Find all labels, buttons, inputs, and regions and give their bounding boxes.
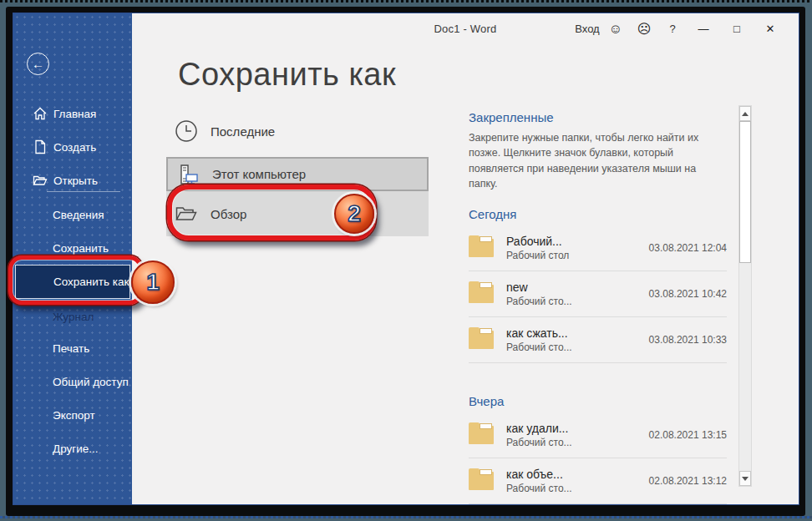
window-title: Doc1 - Word xyxy=(434,23,497,35)
folder-row[interactable]: как удали... Рабочий сто... 02.08.2021 1… xyxy=(469,412,727,458)
clock-icon xyxy=(175,119,198,143)
folder-date: 03.08.2021 10:42 xyxy=(649,288,727,300)
screenshot-edge-bottom xyxy=(0,516,812,518)
annotation-step1-badge: 1 xyxy=(131,260,175,304)
back-button[interactable]: ← xyxy=(27,53,49,75)
sidebar-item-export[interactable]: Экспорт xyxy=(13,402,132,427)
folder-row[interactable]: Рабочий... Рабочий стол 03.08.2021 12:04 xyxy=(469,225,727,271)
arrow-up-icon xyxy=(742,112,749,116)
home-icon xyxy=(33,106,48,121)
sidebar-divider xyxy=(47,191,120,192)
sidebar-item-print[interactable]: Печать xyxy=(13,336,132,361)
recent-folders-panel: Закрепленные Закрепите нужные папки, что… xyxy=(469,110,727,504)
sidebar-item-info[interactable]: Сведения xyxy=(13,202,132,227)
page-title: Сохранить как xyxy=(178,57,396,93)
folder-icon xyxy=(469,472,494,490)
pinned-description: Закрепите нужные папки, чтобы легко найт… xyxy=(469,130,727,191)
sidebar-item-open[interactable]: Открыть xyxy=(13,168,132,193)
folder-path: Рабочий сто... xyxy=(506,437,572,448)
new-document-icon xyxy=(33,139,48,154)
sidebar-item-home[interactable]: Главная xyxy=(13,101,132,126)
title-bar: Doc1 - Word Вход ☺ ☹ ? — □ ✕ xyxy=(132,13,799,44)
today-rows: Рабочий... Рабочий стол 03.08.2021 12:04… xyxy=(469,225,727,363)
folder-path: Рабочий стол xyxy=(506,250,569,261)
sidebar-item-history[interactable]: Журнал xyxy=(13,304,132,329)
feedback-frown-icon[interactable]: ☹ xyxy=(630,21,658,37)
minimize-button[interactable]: — xyxy=(687,23,720,35)
folder-date: 03.08.2021 10:33 xyxy=(649,334,727,346)
help-button[interactable]: ? xyxy=(658,23,687,35)
scroll-up-button[interactable] xyxy=(739,106,751,121)
folder-row[interactable]: как сжать... Рабочий сто... 03.08.2021 1… xyxy=(469,317,727,363)
folder-name: как объе... xyxy=(506,468,572,481)
folder-date: 02.08.2021 13:15 xyxy=(649,429,727,441)
folder-name: Рабочий... xyxy=(506,235,569,248)
arrow-down-icon xyxy=(742,477,749,481)
pinned-header: Закрепленные xyxy=(469,110,727,124)
scroll-down-button[interactable] xyxy=(739,471,751,486)
back-arrow-icon: ← xyxy=(32,57,44,71)
annotation-step2-badge: 2 xyxy=(334,194,374,234)
group-header-yesterday: Вчера xyxy=(469,394,727,408)
place-recent[interactable]: Последние xyxy=(166,112,429,150)
vertical-scrollbar[interactable] xyxy=(738,105,752,487)
folder-date: 03.08.2021 12:04 xyxy=(649,242,727,254)
folder-path: Рабочий сто... xyxy=(506,296,572,307)
folder-date: 02.08.2021 13:12 xyxy=(649,475,727,487)
titlebar-controls: Вход ☺ ☹ ? — □ ✕ xyxy=(573,13,787,44)
scrollbar-thumb[interactable] xyxy=(739,121,751,263)
folder-row[interactable]: как объе... Рабочий сто... 02.08.2021 13… xyxy=(469,458,727,504)
maximize-button[interactable]: □ xyxy=(720,23,754,35)
folder-icon xyxy=(469,331,494,349)
feedback-smile-icon[interactable]: ☺ xyxy=(601,22,630,37)
computer-icon xyxy=(176,163,200,186)
folder-icon xyxy=(469,285,494,303)
folder-name: как удали... xyxy=(506,422,572,435)
group-header-today: Сегодня xyxy=(469,207,727,221)
folder-name: new xyxy=(506,281,572,294)
folder-icon xyxy=(469,426,494,444)
sidebar-item-share[interactable]: Общий доступ xyxy=(13,369,132,394)
sidebar-item-more[interactable]: Другие... xyxy=(13,436,132,461)
sidebar-item-new[interactable]: Создать xyxy=(13,134,132,159)
folder-path: Рабочий сто... xyxy=(506,341,572,353)
folder-path: Рабочий сто... xyxy=(506,483,572,494)
folder-row[interactable]: new Рабочий сто... 03.08.2021 10:42 xyxy=(469,271,727,317)
yesterday-rows: как удали... Рабочий сто... 02.08.2021 1… xyxy=(469,412,727,504)
sign-in-button[interactable]: Вход xyxy=(573,23,601,35)
close-button[interactable]: ✕ xyxy=(754,23,787,35)
folder-icon xyxy=(469,239,494,257)
open-folder-icon xyxy=(33,173,48,188)
folder-name: как сжать... xyxy=(506,326,572,340)
annotation-step1-rect xyxy=(8,255,143,305)
screenshot-edge-top xyxy=(0,0,812,3)
